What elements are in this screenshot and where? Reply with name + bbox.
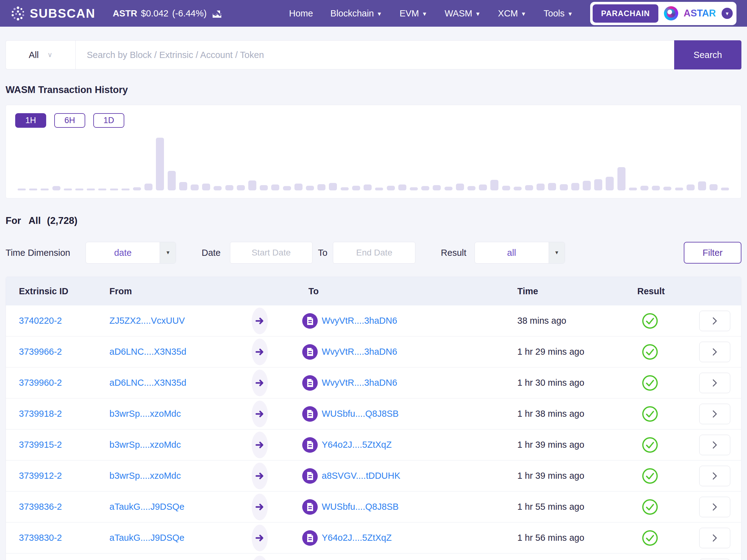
subscan-dots-logo (10, 6, 25, 21)
search-bar: All ∨ Search (6, 40, 741, 70)
chart-bar (110, 188, 118, 190)
from-address-link[interactable]: aTaukG....J9DSQe (109, 502, 224, 512)
chart-bar (629, 187, 637, 190)
page-title: WASM Transaction History (6, 84, 741, 96)
range-button-1d[interactable]: 1D (93, 113, 124, 128)
chevron-right-icon (712, 348, 718, 356)
brand[interactable]: SUBSCAN (10, 6, 96, 21)
extrinsic-id-link[interactable]: 3739836-2 (19, 502, 109, 512)
arrow-right-icon (252, 463, 268, 489)
time-cell: 1 hr 56 mins ago (512, 533, 637, 543)
row-detail-button[interactable] (699, 435, 730, 455)
row-detail-button[interactable] (699, 311, 730, 331)
to-address-link[interactable]: Y64o2J....5ZtXqZ (322, 533, 392, 543)
row-detail-button[interactable] (699, 373, 730, 393)
chart-bar (698, 181, 706, 190)
from-address-link[interactable]: b3wrSp....xzoMdc (109, 440, 224, 450)
extrinsic-id-link[interactable]: 3739960-2 (19, 378, 109, 388)
to-address-link[interactable]: WUSbfu....Q8J8SB (322, 409, 398, 419)
contract-icon (302, 499, 318, 515)
chart-bar (75, 188, 83, 190)
extrinsic-id-link[interactable]: 3739915-2 (19, 440, 109, 450)
chart-bar (514, 187, 522, 190)
search-button[interactable]: Search (674, 40, 741, 70)
start-date-input[interactable] (230, 242, 312, 263)
chart-bar (663, 187, 671, 190)
from-address-link[interactable]: aTaukG....J9DSQe (109, 533, 224, 543)
range-button-6h[interactable]: 6H (54, 113, 85, 128)
time-cell: 1 hr 39 mins ago (512, 471, 637, 481)
result-value: all (475, 242, 549, 263)
network-chevron-down-icon[interactable]: ▼ (722, 8, 733, 19)
chart-bar (490, 180, 498, 190)
to-address-link[interactable]: WvyVtR....3haDN6 (322, 347, 397, 357)
to-address-link[interactable]: WvyVtR....3haDN6 (322, 378, 397, 388)
extrinsic-id-link[interactable]: 3739912-2 (19, 471, 109, 481)
from-address-link[interactable]: ZJ5ZX2....VcxUUV (109, 316, 224, 326)
transaction-history-chart-card: 1H6H1D (6, 105, 741, 199)
row-detail-button[interactable] (699, 342, 730, 362)
chart-bar (606, 177, 614, 190)
nav-item-tools[interactable]: Tools▼ (544, 8, 573, 19)
chart-bar (364, 184, 371, 190)
arrow-right-icon (252, 556, 268, 560)
from-address-link[interactable]: aD6LNC....X3N35d (109, 347, 224, 357)
to-address-link[interactable]: WvyVtR....3haDN6 (322, 316, 397, 326)
col-time: Time (512, 286, 637, 297)
col-to: To (295, 286, 512, 297)
filter-button[interactable]: Filter (684, 242, 741, 263)
time-dimension-select[interactable]: date ▼ (85, 242, 176, 263)
chart-bar (652, 186, 660, 190)
chart-up-icon[interactable] (212, 8, 222, 19)
nav-item-xcm[interactable]: XCM▼ (498, 8, 526, 19)
chart-bar (583, 181, 591, 190)
range-button-1h[interactable]: 1H (15, 113, 46, 128)
result-select[interactable]: all ▼ (474, 242, 565, 263)
chart-bar (617, 167, 625, 190)
row-detail-button[interactable] (699, 404, 730, 424)
arrow-right-icon (252, 308, 268, 334)
arrow-right-icon (252, 339, 268, 365)
result-summary: For All (2,728) (6, 215, 741, 226)
top-navbar: SUBSCAN ASTR $0.042 (-6.44%) HomeBlockch… (0, 0, 747, 27)
nav-item-evm[interactable]: EVM▼ (400, 8, 428, 19)
parachain-button[interactable]: PARACHAIN (593, 4, 658, 23)
chart-bar (721, 187, 729, 190)
extrinsic-id-link[interactable]: 3739966-2 (19, 347, 109, 357)
row-detail-button[interactable] (699, 466, 730, 486)
contract-icon (302, 468, 318, 484)
chart-bar (248, 180, 256, 190)
to-address-link[interactable]: WUSbfu....Q8J8SB (322, 502, 398, 512)
chart-bar (467, 186, 475, 190)
success-check-icon (642, 499, 658, 515)
bar-chart (15, 132, 732, 190)
nav-item-wasm[interactable]: WASM▼ (445, 8, 481, 19)
col-from: From (109, 286, 224, 297)
from-address-link[interactable]: b3wrSp....xzoMdc (109, 471, 224, 481)
search-input[interactable] (76, 41, 674, 69)
to-address-link[interactable]: Y64o2J....5ZtXqZ (322, 440, 392, 450)
row-detail-button[interactable] (699, 497, 730, 517)
nav-item-blockchain[interactable]: Blockchain▼ (330, 8, 382, 19)
chart-bar (179, 182, 187, 190)
network-name: ASTAR (684, 8, 716, 19)
from-address-link[interactable]: aD6LNC....X3N35d (109, 378, 224, 388)
success-check-icon (642, 437, 658, 453)
time-cell: 1 hr 39 mins ago (512, 440, 637, 450)
for-count: (2,728) (47, 215, 77, 226)
search-category-select[interactable]: All ∨ (6, 41, 75, 69)
extrinsic-id-link[interactable]: 3739918-2 (19, 409, 109, 419)
chart-bar (352, 186, 360, 190)
arrow-right-icon (252, 370, 268, 396)
chart-bar (294, 183, 303, 190)
from-address-link[interactable]: b3wrSp....xzoMdc (109, 409, 224, 419)
extrinsic-id-link[interactable]: 3740220-2 (19, 316, 109, 326)
to-address-link[interactable]: a8SVGV....tDDUHK (322, 471, 401, 481)
end-date-input[interactable] (333, 242, 415, 263)
row-detail-button[interactable] (699, 528, 730, 548)
extrinsic-id-link[interactable]: 3739830-2 (19, 533, 109, 543)
nav-item-home[interactable]: Home (289, 8, 313, 19)
chart-bar (41, 188, 49, 190)
table-header: Extrinsic ID From To Time Result (6, 277, 741, 305)
row-detail-button[interactable] (699, 559, 730, 560)
